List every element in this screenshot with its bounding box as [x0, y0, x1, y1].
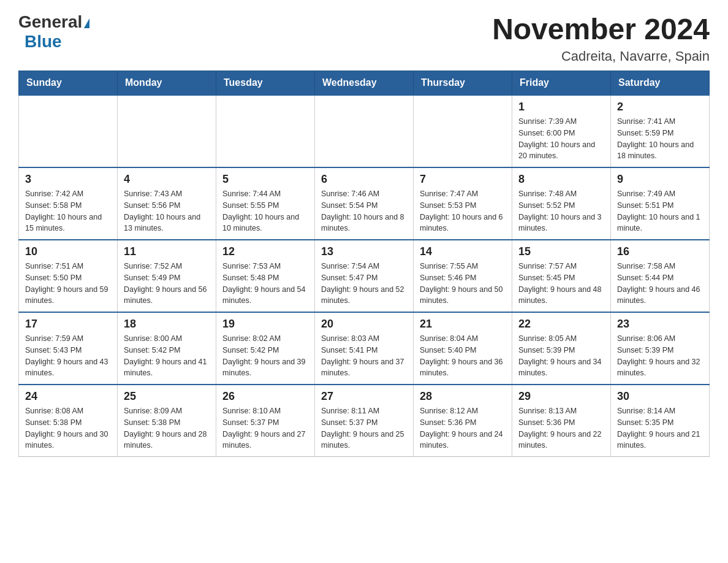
day-number: 17	[25, 318, 111, 331]
day-info: Sunrise: 8:05 AMSunset: 5:39 PMDaylight:…	[518, 333, 604, 379]
calendar-cell: 4Sunrise: 7:43 AMSunset: 5:56 PMDaylight…	[118, 167, 216, 240]
page-header: General Blue November 2024 Cadreita, Nav…	[18, 12, 710, 64]
day-info: Sunrise: 8:09 AMSunset: 5:38 PMDaylight:…	[124, 405, 210, 451]
header-sunday: Sunday	[19, 71, 118, 96]
day-info: Sunrise: 8:04 AMSunset: 5:40 PMDaylight:…	[420, 333, 506, 379]
header-saturday: Saturday	[611, 71, 710, 96]
calendar-cell	[118, 95, 216, 167]
day-info: Sunrise: 8:02 AMSunset: 5:42 PMDaylight:…	[222, 333, 308, 379]
day-number: 27	[321, 390, 407, 403]
title-section: November 2024 Cadreita, Navarre, Spain	[492, 12, 710, 64]
day-number: 9	[617, 173, 703, 186]
day-number: 30	[617, 390, 703, 403]
calendar-cell	[414, 95, 512, 167]
calendar-cell	[315, 95, 414, 167]
day-number: 1	[518, 101, 604, 113]
day-info: Sunrise: 7:47 AMSunset: 5:53 PMDaylight:…	[420, 188, 506, 234]
day-info: Sunrise: 8:10 AMSunset: 5:37 PMDaylight:…	[222, 405, 308, 451]
header-thursday: Thursday	[414, 71, 512, 96]
calendar-cell: 13Sunrise: 7:54 AMSunset: 5:47 PMDayligh…	[315, 240, 414, 312]
day-number: 18	[124, 318, 210, 331]
day-info: Sunrise: 8:06 AMSunset: 5:39 PMDaylight:…	[617, 333, 703, 379]
calendar-cell: 9Sunrise: 7:49 AMSunset: 5:51 PMDaylight…	[611, 167, 710, 240]
calendar-table: Sunday Monday Tuesday Wednesday Thursday…	[18, 71, 710, 457]
calendar-week-row: 24Sunrise: 8:08 AMSunset: 5:38 PMDayligh…	[19, 385, 710, 457]
calendar-cell: 5Sunrise: 7:44 AMSunset: 5:55 PMDaylight…	[216, 167, 315, 240]
day-info: Sunrise: 7:59 AMSunset: 5:43 PMDaylight:…	[25, 333, 111, 379]
day-info: Sunrise: 7:46 AMSunset: 5:54 PMDaylight:…	[321, 188, 407, 234]
day-number: 28	[420, 390, 506, 403]
day-number: 23	[617, 318, 703, 331]
day-number: 15	[518, 245, 604, 258]
day-number: 5	[222, 173, 308, 186]
logo-triangle-icon	[84, 18, 89, 28]
calendar-cell: 23Sunrise: 8:06 AMSunset: 5:39 PMDayligh…	[611, 312, 710, 385]
calendar-cell: 29Sunrise: 8:13 AMSunset: 5:36 PMDayligh…	[512, 385, 611, 457]
calendar-cell: 3Sunrise: 7:42 AMSunset: 5:58 PMDaylight…	[19, 167, 118, 240]
calendar-cell: 19Sunrise: 8:02 AMSunset: 5:42 PMDayligh…	[216, 312, 315, 385]
calendar-cell: 6Sunrise: 7:46 AMSunset: 5:54 PMDaylight…	[315, 167, 414, 240]
header-wednesday: Wednesday	[315, 71, 414, 96]
day-info: Sunrise: 7:48 AMSunset: 5:52 PMDaylight:…	[518, 188, 604, 234]
day-number: 25	[124, 390, 210, 403]
day-info: Sunrise: 8:12 AMSunset: 5:36 PMDaylight:…	[420, 405, 506, 451]
day-number: 20	[321, 318, 407, 331]
day-number: 4	[124, 173, 210, 186]
day-info: Sunrise: 7:44 AMSunset: 5:55 PMDaylight:…	[222, 188, 308, 234]
day-info: Sunrise: 8:13 AMSunset: 5:36 PMDaylight:…	[518, 405, 604, 451]
day-info: Sunrise: 7:39 AMSunset: 6:00 PMDaylight:…	[518, 116, 604, 162]
logo: General Blue	[18, 12, 89, 52]
day-info: Sunrise: 7:42 AMSunset: 5:58 PMDaylight:…	[25, 188, 111, 234]
day-info: Sunrise: 8:00 AMSunset: 5:42 PMDaylight:…	[124, 333, 210, 379]
calendar-cell: 28Sunrise: 8:12 AMSunset: 5:36 PMDayligh…	[414, 385, 512, 457]
day-info: Sunrise: 7:43 AMSunset: 5:56 PMDaylight:…	[124, 188, 210, 234]
calendar-cell: 25Sunrise: 8:09 AMSunset: 5:38 PMDayligh…	[118, 385, 216, 457]
day-number: 19	[222, 318, 308, 331]
day-info: Sunrise: 7:52 AMSunset: 5:49 PMDaylight:…	[124, 261, 210, 307]
day-info: Sunrise: 7:57 AMSunset: 5:45 PMDaylight:…	[518, 261, 604, 307]
day-info: Sunrise: 7:54 AMSunset: 5:47 PMDaylight:…	[321, 261, 407, 307]
day-number: 29	[518, 390, 604, 403]
day-number: 21	[420, 318, 506, 331]
day-info: Sunrise: 7:55 AMSunset: 5:46 PMDaylight:…	[420, 261, 506, 307]
calendar-cell: 20Sunrise: 8:03 AMSunset: 5:41 PMDayligh…	[315, 312, 414, 385]
day-info: Sunrise: 8:11 AMSunset: 5:37 PMDaylight:…	[321, 405, 407, 451]
header-friday: Friday	[512, 71, 611, 96]
calendar-cell: 11Sunrise: 7:52 AMSunset: 5:49 PMDayligh…	[118, 240, 216, 312]
calendar-cell: 10Sunrise: 7:51 AMSunset: 5:50 PMDayligh…	[19, 240, 118, 312]
logo-blue-text: Blue	[25, 32, 62, 52]
calendar-cell: 2Sunrise: 7:41 AMSunset: 5:59 PMDaylight…	[611, 95, 710, 167]
calendar-week-row: 10Sunrise: 7:51 AMSunset: 5:50 PMDayligh…	[19, 240, 710, 312]
calendar-cell: 24Sunrise: 8:08 AMSunset: 5:38 PMDayligh…	[19, 385, 118, 457]
calendar-cell: 21Sunrise: 8:04 AMSunset: 5:40 PMDayligh…	[414, 312, 512, 385]
day-info: Sunrise: 8:08 AMSunset: 5:38 PMDaylight:…	[25, 405, 111, 451]
day-number: 13	[321, 245, 407, 258]
calendar-week-row: 3Sunrise: 7:42 AMSunset: 5:58 PMDaylight…	[19, 167, 710, 240]
day-number: 7	[420, 173, 506, 186]
calendar-week-row: 1Sunrise: 7:39 AMSunset: 6:00 PMDaylight…	[19, 95, 710, 167]
calendar-cell: 15Sunrise: 7:57 AMSunset: 5:45 PMDayligh…	[512, 240, 611, 312]
calendar-week-row: 17Sunrise: 7:59 AMSunset: 5:43 PMDayligh…	[19, 312, 710, 385]
day-info: Sunrise: 7:41 AMSunset: 5:59 PMDaylight:…	[617, 116, 703, 162]
day-number: 6	[321, 173, 407, 186]
day-number: 14	[420, 245, 506, 258]
calendar-subtitle: Cadreita, Navarre, Spain	[492, 48, 710, 64]
header-tuesday: Tuesday	[216, 71, 315, 96]
calendar-cell: 14Sunrise: 7:55 AMSunset: 5:46 PMDayligh…	[414, 240, 512, 312]
calendar-cell: 7Sunrise: 7:47 AMSunset: 5:53 PMDaylight…	[414, 167, 512, 240]
day-number: 3	[25, 173, 111, 186]
day-info: Sunrise: 8:14 AMSunset: 5:35 PMDaylight:…	[617, 405, 703, 451]
calendar-title: November 2024	[492, 12, 710, 46]
calendar-cell: 12Sunrise: 7:53 AMSunset: 5:48 PMDayligh…	[216, 240, 315, 312]
day-number: 26	[222, 390, 308, 403]
day-info: Sunrise: 7:49 AMSunset: 5:51 PMDaylight:…	[617, 188, 703, 234]
calendar-cell	[216, 95, 315, 167]
calendar-cell	[19, 95, 118, 167]
day-number: 8	[518, 173, 604, 186]
day-number: 2	[617, 101, 703, 113]
calendar-cell: 8Sunrise: 7:48 AMSunset: 5:52 PMDaylight…	[512, 167, 611, 240]
day-number: 16	[617, 245, 703, 258]
day-info: Sunrise: 7:51 AMSunset: 5:50 PMDaylight:…	[25, 261, 111, 307]
day-number: 22	[518, 318, 604, 331]
day-number: 24	[25, 390, 111, 403]
